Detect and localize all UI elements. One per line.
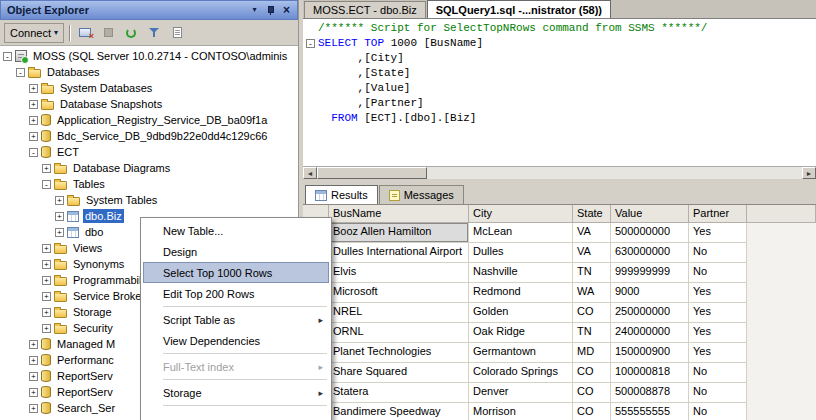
collapse-icon[interactable]: - — [3, 52, 12, 61]
grid-cell[interactable]: VA — [573, 243, 611, 263]
grid-cell[interactable]: 9000 — [611, 283, 689, 303]
menu-item-view-dependencies[interactable]: View Dependencies — [143, 330, 329, 351]
menu-item-select-top-1000-rows[interactable]: Select Top 1000 Rows — [143, 262, 329, 283]
scroll-left-button[interactable]: ◄ — [303, 167, 317, 179]
sql-editor[interactable]: /****** Script for SelectTopNRows comman… — [303, 19, 816, 166]
grid-cell[interactable]: 999999999 — [611, 263, 689, 283]
grid-cell[interactable]: Yes — [689, 303, 747, 323]
grid-cell[interactable]: Denver — [469, 383, 573, 403]
grid-cell[interactable]: No — [689, 243, 747, 263]
grid-cell[interactable]: 250000000 — [611, 303, 689, 323]
grid-cell[interactable]: No — [689, 263, 747, 283]
grid-cell[interactable]: 555555555 — [611, 403, 689, 420]
expand-icon[interactable]: + — [55, 228, 64, 237]
grid-cell[interactable]: 150000900 — [611, 343, 689, 363]
grid-cell[interactable]: No — [689, 383, 747, 403]
auto-hide-button[interactable] — [263, 3, 278, 18]
collapse-icon[interactable]: - — [42, 180, 51, 189]
tab-sqlquery1[interactable]: SQLQuery1.sql -...nistrator (58)) — [427, 0, 611, 18]
grid-cell[interactable]: VA — [573, 223, 611, 243]
grid-cell[interactable]: Yes — [689, 223, 747, 243]
stop-button[interactable] — [98, 23, 118, 43]
grid-cell[interactable]: CO — [573, 363, 611, 383]
disconnect-button[interactable] — [75, 23, 95, 43]
grid-cell[interactable]: 240000000 — [611, 323, 689, 343]
grid-cell[interactable]: Yes — [689, 323, 747, 343]
tab-results[interactable]: Results — [305, 185, 378, 204]
grid-cell[interactable]: CO — [573, 403, 611, 420]
expand-icon[interactable]: + — [42, 292, 51, 301]
expand-icon[interactable]: + — [29, 388, 38, 397]
expand-icon[interactable]: + — [29, 356, 38, 365]
expand-icon[interactable]: + — [42, 260, 51, 269]
tree-item-bdc-service-db-9dbd9b22e0dd4c129c66[interactable]: +Bdc_Service_DB_9dbd9b22e0dd4c129c66 — [0, 128, 298, 144]
scrollbar-track[interactable] — [427, 167, 802, 179]
filter-button[interactable] — [144, 23, 164, 43]
grid-cell[interactable]: Nashville — [469, 263, 573, 283]
grid-cell[interactable]: Yes — [689, 343, 747, 363]
tree-item-database-diagrams[interactable]: +Database Diagrams — [0, 160, 298, 176]
expand-icon[interactable]: + — [29, 100, 38, 109]
column-header-partner[interactable]: Partner — [689, 205, 747, 223]
grid-cell[interactable]: ORNL — [329, 323, 469, 343]
menu-item-edit-top-200-rows[interactable]: Edit Top 200 Rows — [143, 283, 329, 304]
grid-cell[interactable]: NREL — [329, 303, 469, 323]
grid-cell[interactable]: CO — [573, 383, 611, 403]
scrollbar-thumb[interactable] — [317, 167, 427, 179]
expand-icon[interactable]: + — [42, 324, 51, 333]
tab-moss-ect-dbo-biz[interactable]: MOSS.ECT - dbo.Biz — [304, 1, 426, 18]
expand-icon[interactable]: + — [55, 212, 64, 221]
expand-icon[interactable]: + — [29, 116, 38, 125]
grid-cell[interactable]: Elvis — [329, 263, 469, 283]
expand-icon[interactable]: + — [29, 340, 38, 349]
tree-item-system-tables[interactable]: +System Tables — [0, 192, 298, 208]
grid-cell[interactable]: Oak Ridge — [469, 323, 573, 343]
grid-cell[interactable]: WA — [573, 283, 611, 303]
grid-cell[interactable]: Germantown — [469, 343, 573, 363]
expand-icon[interactable]: + — [42, 244, 51, 253]
grid-cell[interactable]: 500000000 — [611, 223, 689, 243]
grid-cell[interactable]: Microsoft — [329, 283, 469, 303]
grid-cell[interactable]: Morrison — [469, 403, 573, 420]
grid-cell[interactable]: Dulles — [469, 243, 573, 263]
grid-cell[interactable]: Colorado Springs — [469, 363, 573, 383]
grid-cell[interactable]: Bandimere Speedway — [329, 403, 469, 420]
grid-cell[interactable]: TN — [573, 263, 611, 283]
tree-item-database-snapshots[interactable]: +Database Snapshots — [0, 96, 298, 112]
expand-icon[interactable]: + — [42, 308, 51, 317]
scroll-right-button[interactable]: ► — [802, 167, 816, 179]
connect-button[interactable]: Connect ▾ — [4, 23, 64, 43]
menu-item-design[interactable]: Design — [143, 241, 329, 262]
column-header-value[interactable]: Value — [611, 205, 689, 223]
grid-cell[interactable]: 500008878 — [611, 383, 689, 403]
menu-item-storage[interactable]: Storage▸ — [143, 382, 329, 403]
tree-item-tables[interactable]: -Tables — [0, 176, 298, 192]
window-position-button[interactable]: ▾ — [247, 3, 262, 18]
script-button[interactable] — [167, 23, 187, 43]
grid-cell[interactable]: Golden — [469, 303, 573, 323]
tree-item-databases[interactable]: -Databases — [0, 64, 298, 80]
editor-horizontal-scrollbar[interactable]: ◄ ► — [303, 166, 816, 179]
tree-item-ect[interactable]: -ECT — [0, 144, 298, 160]
expand-icon[interactable]: + — [42, 164, 51, 173]
grid-cell[interactable]: No — [689, 403, 747, 420]
menu-item-script-table-as[interactable]: Script Table as▸ — [143, 309, 329, 330]
expand-icon[interactable]: + — [29, 404, 38, 413]
fold-margin[interactable]: - — [303, 36, 318, 51]
fold-collapse-icon[interactable]: - — [306, 39, 315, 48]
collapse-icon[interactable]: - — [16, 68, 25, 77]
grid-cell[interactable]: MD — [573, 343, 611, 363]
expand-icon[interactable]: + — [29, 84, 38, 93]
tab-messages[interactable]: Messages — [379, 185, 464, 204]
grid-cell[interactable]: Planet Technologies — [329, 343, 469, 363]
column-header-state[interactable]: State — [573, 205, 611, 223]
grid-cell[interactable]: No — [689, 363, 747, 383]
expand-icon[interactable]: + — [29, 372, 38, 381]
grid-cell[interactable]: 630000000 — [611, 243, 689, 263]
expand-icon[interactable]: + — [55, 196, 64, 205]
grid-cell[interactable]: Statera — [329, 383, 469, 403]
grid-cell[interactable]: McLean — [469, 223, 573, 243]
grid-cell[interactable]: Booz Allen Hamilton — [329, 223, 469, 243]
expand-icon[interactable]: + — [29, 132, 38, 141]
object-explorer-titlebar[interactable]: Object Explorer ▾ × — [0, 0, 298, 20]
